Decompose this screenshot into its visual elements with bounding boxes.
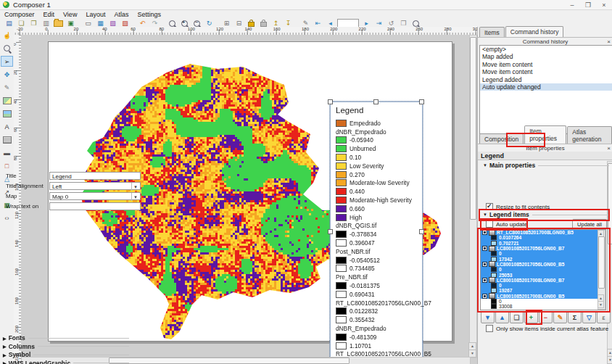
atlas-export-icon[interactable]: ❐ (398, 20, 409, 28)
section-main-properties[interactable]: ▼ Main properties (483, 162, 609, 169)
field-label: Wrap text on (6, 203, 49, 210)
add-shape-icon[interactable]: □ (1, 160, 13, 171)
zoom-tool-icon[interactable] (1, 43, 13, 54)
legend-label: 0.734485 (350, 265, 375, 272)
section-wms-legendgraphic[interactable]: ▶WMS LegendGraphic (3, 360, 129, 364)
zoom-full-icon[interactable] (167, 20, 178, 28)
menu-settings[interactable]: Settings (133, 11, 165, 18)
minimize-icon[interactable]: – (564, 1, 580, 9)
legend-label: -0.378834 (350, 231, 376, 238)
canvas-vscrollbar[interactable] (469, 35, 477, 358)
history-item[interactable]: Legend added (480, 76, 612, 83)
legend-swatch (336, 265, 347, 272)
close-icon[interactable]: × (596, 1, 612, 9)
export-svg-icon[interactable]: ▧ (107, 20, 118, 28)
export-pdf-icon[interactable]: ▨ (120, 20, 131, 28)
menu-layout[interactable]: Layout (81, 11, 109, 18)
save-template-icon[interactable]: ▣ (65, 20, 76, 28)
legend-swatch (336, 154, 347, 161)
raise-items-icon[interactable]: ↥ (270, 20, 281, 28)
atlas-settings-icon[interactable]: ✎ (300, 20, 311, 28)
atlas-prev-icon[interactable]: ◂ (325, 20, 336, 28)
zoom-in-icon[interactable] (179, 20, 190, 28)
legend-swatch (336, 136, 347, 144)
selection-handle[interactable] (419, 229, 424, 234)
undo-icon[interactable]: ↶ (137, 20, 148, 28)
move-item-down-button[interactable]: ▼ (481, 311, 495, 323)
command-history-list[interactable]: <empty>Map addedMove item contentMove it… (479, 45, 612, 134)
add-label-icon[interactable]: A (1, 121, 13, 132)
legend-composer-item[interactable]: Legend EmpedradodNBR_Empedrado-0.05940Un… (330, 102, 423, 362)
atlas-filter-checkbox[interactable] (486, 325, 493, 332)
duplicate-composer-icon[interactable]: ❐ (28, 20, 39, 28)
atlas-last-icon[interactable]: ⇥ (373, 20, 384, 28)
add-map-icon[interactable] (1, 95, 13, 106)
add-legend-icon[interactable] (1, 134, 13, 145)
section-label: Fonts (9, 334, 25, 342)
filter-by-expression-button[interactable]: ε (597, 311, 611, 323)
tab-atlas-generation[interactable]: Atlas generation (567, 126, 612, 144)
menu-edit[interactable]: Edit (39, 11, 59, 18)
selection-handle[interactable] (419, 99, 424, 104)
unlock-items-icon[interactable] (258, 20, 269, 28)
move-item-up-button[interactable]: ▲ (495, 311, 509, 323)
ungroup-items-icon[interactable]: ⊟ (233, 20, 244, 28)
map-combo[interactable]: Map 0 (49, 192, 141, 200)
edit-nodes-item-icon[interactable]: ✎ (1, 82, 13, 93)
print-icon[interactable]: ▭ (83, 20, 94, 28)
zoom-out-icon[interactable] (191, 20, 202, 28)
scroll-down-icon[interactable]: ▼ (607, 356, 612, 364)
history-item[interactable]: Move item content (480, 61, 612, 68)
section-columns[interactable]: ▶Columns (3, 343, 129, 350)
move-item-content-icon[interactable]: ✥ (1, 69, 13, 80)
tab-command-history[interactable]: Command history (505, 26, 564, 37)
count-symbols-button[interactable]: Σ (568, 311, 582, 323)
atlas-next-icon[interactable]: ▸ (361, 20, 372, 28)
section-fonts[interactable]: ▶Fonts (3, 334, 129, 342)
lower-items-icon[interactable]: ↧ (283, 20, 294, 28)
add-scalebar-icon[interactable]: ▬ (1, 147, 13, 158)
selection-handle[interactable] (328, 229, 333, 234)
legend-row: Moderate-high Severity (336, 196, 421, 204)
legend-label: Pre_NBR.tif (336, 273, 368, 281)
tab-items[interactable]: Items (479, 27, 505, 37)
wrap-text-field[interactable] (49, 202, 141, 210)
history-item[interactable]: Auto update changed (480, 83, 612, 91)
history-item[interactable]: Move item content (480, 68, 612, 75)
group-items-icon[interactable]: ⊞ (221, 20, 232, 28)
select-move-item-icon[interactable]: ➢ (1, 56, 13, 67)
filter-legend-by-map-button[interactable]: ▽ (582, 311, 596, 323)
menu-atlas[interactable]: Atlas (109, 11, 133, 18)
history-item[interactable]: Map added (480, 53, 612, 60)
section-symbol[interactable]: ▶Symbol (3, 351, 129, 358)
selection-handle[interactable] (328, 99, 333, 104)
new-composer-icon[interactable]: ❏ (16, 20, 27, 28)
maximize-icon[interactable]: ❐ (580, 1, 596, 9)
field-row-map: MapMap 0 (6, 191, 141, 201)
selection-handle[interactable] (373, 99, 379, 104)
add-html-frame-icon[interactable]: ‹› (1, 212, 13, 223)
title-alignment-combo[interactable]: Left (49, 182, 141, 190)
save-project-icon[interactable]: ▤ (4, 20, 15, 28)
title-field[interactable]: Legend (49, 172, 141, 180)
ruler-label: 100 (188, 27, 195, 31)
add-group-button[interactable]: ❏ (510, 311, 524, 323)
menu-view[interactable]: View (59, 11, 81, 18)
legend-label: 0.355432 (350, 316, 375, 323)
pan-tool-icon[interactable]: ☝ (1, 30, 13, 41)
composer-manager-icon[interactable]: ▥ (41, 20, 51, 28)
redo-icon[interactable]: ↷ (149, 20, 160, 28)
atlas-preview-icon[interactable]: ↺ (386, 20, 397, 28)
export-image-icon[interactable]: ▦ (95, 20, 106, 28)
add-image-icon[interactable] (1, 108, 13, 119)
zoom-region-icon[interactable] (410, 20, 421, 28)
lock-items-icon[interactable] (246, 20, 257, 28)
refresh-view-icon[interactable]: ↻ (204, 20, 215, 28)
atlas-first-icon[interactable]: ⇤ (313, 20, 323, 28)
legend-row: dNBR_Empedrado (336, 324, 421, 333)
zoom-region-icon (413, 20, 419, 27)
history-item[interactable]: <empty> (480, 46, 612, 53)
load-template-icon[interactable] (53, 20, 64, 28)
menu-composer[interactable]: Composer (0, 11, 39, 18)
edit-item-button[interactable]: ✎ (553, 311, 567, 323)
